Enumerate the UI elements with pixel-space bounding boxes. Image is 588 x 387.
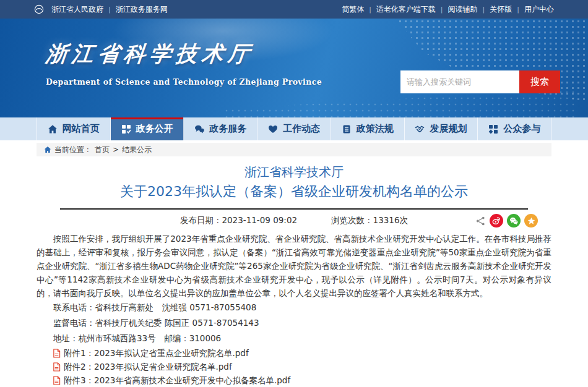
topbar-link-user-center[interactable]: 用户中心 [524,4,554,15]
attachment-link-3[interactable]: 附件3：2023年省高新技术企业研究开发中心拟备案名单.pdf [64,373,290,387]
nav-item-gov-disclosure[interactable]: 政务公开 [111,117,184,140]
gov-portal-icon [34,4,44,14]
heart-icon [268,124,278,134]
main-nav-inner: 网站首页 政务公开 政务服务 工作动态 政策法规 发展规划 [37,117,551,140]
pdf-icon [53,362,61,372]
header-banner: 浙江省科学技术厅 Department of Science and Techn… [0,19,588,117]
title-divider [60,208,528,210]
grid-check-icon [121,124,131,134]
topbar-link-provincial-gov[interactable]: 浙江省人民政府 [51,4,103,15]
main-nav: 网站首页 政务公开 政务服务 工作动态 政策法规 发展规划 [0,117,588,140]
pdf-icon [53,349,61,358]
topbar-link-gov-service-net[interactable]: 浙江政务服务网 [116,4,168,15]
topbar-link-reading-aid[interactable]: 阅读辅助 [448,4,478,15]
divider [483,5,485,14]
chat-bubbles-icon [194,124,204,134]
attachment-link-2[interactable]: 附件2：2023年拟认定省企业研究院名单.pdf [64,360,232,373]
site-subtitle: Department of Science and Technology of … [46,77,322,87]
handshake-icon [415,124,425,134]
topbar-left: 浙江省人民政府 浙江政务服务网 [34,4,168,15]
breadcrumb-current: 结果公示 [122,145,152,155]
nav-item-development-plan[interactable]: 发展规划 [405,117,478,140]
nav-item-work-news[interactable]: 工作动态 [257,117,331,140]
site-title: 浙江省科学技术厅 [45,40,324,69]
wechat-share-icon[interactable] [507,214,521,228]
nav-item-label: 网站首页 [63,123,100,135]
breadcrumb: 当前位置： 首页 > 结果公示 [37,143,551,156]
divider [441,5,443,14]
attachment-row: 附件1：2023年拟认定省重点企业研究院名单.pdf [53,346,551,360]
topbar-link-care-version[interactable]: 关怀版 [490,4,512,15]
qzone-share-icon[interactable] [524,214,538,228]
search-bar: 搜索 [400,70,560,93]
article-title-main: 关于2023年拟认定（备案）省级企业研发机构名单的公示 [37,182,551,201]
nav-item-label: 发展规划 [430,123,467,135]
attachment-link-1[interactable]: 附件1：2023年拟认定省重点企业研究院名单.pdf [64,346,249,360]
pdf-icon [53,376,61,385]
site-brand: 浙江省科学技术厅 Department of Science and Techn… [46,40,322,87]
share-icon[interactable] [475,216,486,226]
contact-phone-line: 联系电话：省科技厅高新处 沈维强 0571-87055408 [37,300,551,315]
divider [517,5,519,14]
nav-item-home[interactable]: 网站首页 [37,117,111,140]
nav-item-label: 政务服务 [209,123,246,135]
document-icon [342,124,352,134]
weibo-share-icon[interactable] [490,214,503,228]
share-bar [475,214,538,228]
attachment-row: 附件2：2023年拟认定省企业研究院名单.pdf [53,360,551,373]
breadcrumb-home-link[interactable]: 首页 [95,145,110,155]
nav-item-gov-services[interactable]: 政务服务 [184,117,257,140]
nav-item-public-participation[interactable]: 公众参与 [478,117,551,140]
article-meta: 发布日期：2023-11-09 09:02 浏览次数：13316次 [37,213,551,228]
home-icon [48,124,58,134]
topbar-link-elderly-client[interactable]: 适老化客户端下载 [376,4,436,15]
divider [369,5,371,14]
view-count: 浏览次数：13316次 [331,215,408,226]
blocks-icon [488,124,498,134]
topbar: 浙江省人民政府 浙江政务服务网 简繁体 适老化客户端下载 阅读辅助 关怀版 用户… [0,0,588,19]
breadcrumb-separator: > [113,145,119,154]
page: 浙江省人民政府 浙江政务服务网 简繁体 适老化客户端下载 阅读辅助 关怀版 用户… [0,0,588,387]
nav-item-label: 政策法规 [357,123,394,135]
article-title-agency: 浙江省科学技术厅 [37,164,551,180]
publish-date: 发布日期：2023-11-09 09:02 [180,215,297,226]
nav-item-label: 工作动态 [283,123,320,135]
topbar-right: 简繁体 适老化客户端下载 阅读辅助 关怀版 用户中心 [342,4,554,15]
nav-item-label: 公众参与 [503,123,540,135]
nav-item-policies[interactable]: 政策法规 [331,117,405,140]
topbar-link-simplified-traditional[interactable]: 简繁体 [342,4,364,15]
breadcrumb-prefix: 当前位置： [54,145,92,155]
content-area: 当前位置： 首页 > 结果公示 浙江省科学技术厅 关于2023年拟认定（备案）省… [37,143,551,387]
supervision-phone-line: 监督电话：省科技厅机关纪委 陈国正 0571-87054143 [37,315,551,331]
article-body-paragraph: 按照工作安排，我厅组织开展了2023年省重点企业研究院、省企业研究院、省高新技术… [37,232,551,300]
address-line: 地址：杭州市环城西路33号 邮编：310006 [37,331,551,346]
attachment-row: 附件3：2023年省高新技术企业研究开发中心拟备案名单.pdf [53,373,551,387]
breadcrumb-home-icon [44,146,51,153]
search-button[interactable]: 搜索 [519,70,560,93]
nav-item-label: 政务公开 [136,123,173,135]
search-input[interactable] [400,70,519,93]
divider [108,5,111,14]
